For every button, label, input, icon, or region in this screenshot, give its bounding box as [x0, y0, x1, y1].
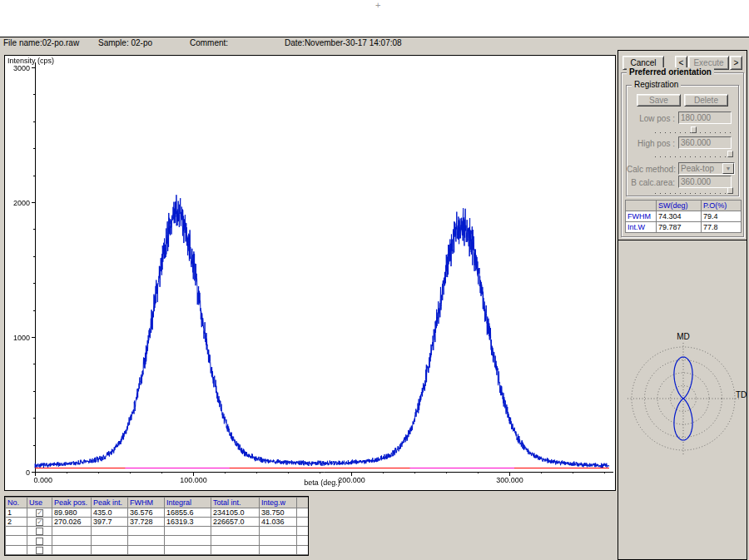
table-row: Int.W 79.787 77.8 [626, 222, 742, 233]
y-axis-label: Intensity (cps) [7, 57, 54, 65]
peak-list-panel: No.UsePeak pos.Peak int.FWHMIntegralTota… [4, 496, 309, 556]
peak-value-cell [92, 545, 128, 554]
date-label: Date:November-30-17 14:07:08 [285, 38, 402, 48]
peak-table-header: Total int. [211, 498, 260, 508]
peak-value-cell [52, 536, 92, 545]
result-fwhm-sw: 74.304 [657, 211, 702, 222]
high-pos-input[interactable] [678, 136, 732, 149]
peak-value-cell [128, 527, 165, 536]
peak-value-cell [211, 527, 260, 536]
peak-table-header: Integ.w [260, 498, 297, 508]
chevron-down-icon[interactable]: ▼ [722, 163, 734, 174]
peak-number-cell: 2 [6, 518, 27, 527]
control-panel: Cancel < Execute > Preferred orientation… [618, 50, 747, 560]
peak-value-cell: 234105.0 [211, 508, 260, 518]
top-center-marker: + [375, 0, 380, 10]
td-axis-label: TD [736, 390, 747, 399]
peak-table-header: FWHM [128, 498, 165, 508]
peak-value-cell [52, 527, 92, 536]
peak-value-cell: 37.728 [128, 518, 165, 527]
next-step-button[interactable]: > [730, 56, 742, 70]
low-pos-input[interactable] [678, 112, 732, 124]
use-checkbox[interactable] [36, 528, 43, 535]
table-row: 2270.026397.737.72816319.3226657.041.036 [6, 518, 309, 527]
preferred-orientation-title: Preferred orientation [627, 67, 714, 77]
peak-value-cell [128, 545, 165, 554]
low-pos-label: Low pos : [627, 114, 675, 123]
peak-table-header: No. [6, 498, 27, 508]
slider-ticks [655, 156, 733, 157]
use-cell [27, 518, 52, 527]
table-row [6, 527, 309, 536]
high-pos-slider[interactable] [655, 151, 733, 159]
peak-value-cell [211, 545, 260, 554]
peak-value-cell: 270.026 [52, 518, 92, 527]
beta-scan-plot [5, 56, 615, 490]
use-cell [27, 508, 52, 518]
peak-value-cell [165, 527, 211, 536]
calc-method-value: Peak-top [679, 163, 722, 174]
use-checkbox[interactable] [36, 538, 43, 545]
peak-table: No.UsePeak pos.Peak int.FWHMIntegralTota… [5, 497, 309, 555]
peak-value-cell: 16855.6 [165, 508, 211, 518]
peak-value-cell [297, 518, 309, 527]
calc-method-label: Calc method: [627, 165, 675, 174]
b-calc-area-slider[interactable] [655, 187, 733, 196]
peak-value-cell [128, 536, 165, 545]
table-row: 189.980435.036.57616855.6234105.038.750 [6, 508, 309, 518]
peak-value-cell [165, 545, 211, 554]
peak-value-cell [260, 527, 297, 536]
peak-table-header: Peak int. [92, 498, 128, 508]
file-name-label: File name:02-po.raw [3, 38, 79, 48]
orientation-result-table: SW(deg) P.O(%) FWHM 74.304 79.4 Int.W 79… [625, 200, 742, 233]
registration-title: Registration [632, 80, 681, 90]
peak-value-cell [260, 536, 297, 545]
result-table-header-row: SW(deg) P.O(%) [626, 201, 742, 211]
peak-table-header [297, 498, 309, 508]
peak-value-cell [297, 508, 309, 518]
result-fwhm-po: 79.4 [702, 211, 742, 222]
result-header-blank [626, 201, 657, 211]
peak-value-cell [165, 536, 211, 545]
peak-number-cell: 1 [6, 508, 27, 518]
result-intw-po: 77.8 [702, 222, 742, 233]
file-info-bar: File name:02-po.raw Sample: 02-po Commen… [0, 37, 749, 49]
slider-thumb[interactable] [727, 151, 733, 157]
registration-group: Registration Save Delete Low pos : High … [626, 85, 739, 196]
calc-method-dropdown[interactable]: Peak-top ▼ [678, 162, 735, 175]
peak-value-cell [211, 536, 260, 545]
comment-label: Comment: [190, 38, 228, 48]
application-window: + File name:02-po.raw Sample: 02-po Comm… [0, 0, 749, 560]
save-button[interactable]: Save [637, 94, 681, 107]
use-checkbox[interactable] [36, 509, 43, 517]
result-header-po: P.O(%) [702, 201, 742, 211]
table-row [6, 536, 309, 545]
x-axis-label: beta (deg.) [35, 478, 609, 487]
use-checkbox[interactable] [36, 518, 43, 526]
peak-value-cell [297, 527, 309, 536]
delete-button[interactable]: Delete [684, 94, 728, 107]
peak-number-cell [6, 536, 27, 545]
peak-value-cell [92, 527, 128, 536]
slider-thumb[interactable] [691, 126, 697, 133]
slider-thumb[interactable] [727, 187, 733, 194]
peak-value-cell: 397.7 [92, 518, 128, 527]
low-pos-slider[interactable] [655, 126, 733, 135]
peak-table-header: Peak pos. [52, 498, 92, 508]
result-row-label: Int.W [626, 222, 657, 233]
use-cell [27, 536, 52, 545]
high-pos-label: High pos : [627, 139, 675, 148]
use-cell [27, 545, 52, 554]
peak-number-cell [6, 527, 27, 536]
peak-value-cell: 38.750 [260, 508, 297, 518]
peak-value-cell: 226657.0 [211, 518, 260, 527]
peak-value-cell [297, 545, 309, 554]
peak-value-cell: 16319.3 [165, 518, 211, 527]
use-checkbox[interactable] [36, 547, 43, 554]
panel-divider [618, 240, 747, 240]
peak-value-cell: 41.036 [260, 518, 297, 527]
peak-value-cell [52, 545, 92, 554]
b-calc-area-input[interactable] [678, 176, 732, 188]
peak-value-cell: 435.0 [92, 508, 128, 518]
pole-figure-plot [618, 325, 746, 472]
